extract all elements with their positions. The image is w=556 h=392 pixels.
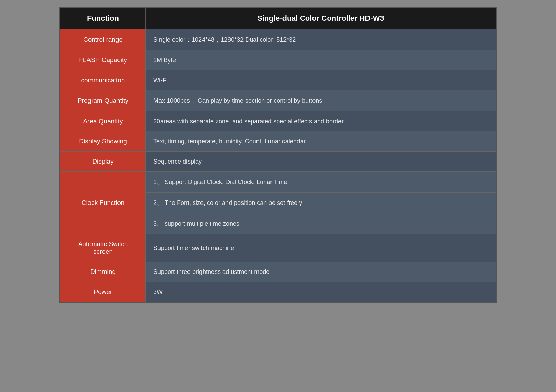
function-cell: Power <box>60 282 146 302</box>
function-cell: Area Quantity <box>60 111 146 131</box>
function-cell: FLASH Capacity <box>60 50 146 70</box>
detail-cell: Text, timing, temperate, humidity, Count… <box>146 131 496 152</box>
clock-sub-detail: 3、 support multiple time zones <box>146 213 496 234</box>
detail-cell: Max 1000pcs， Can play by time section or… <box>146 90 496 111</box>
table-row: Control rangeSingle color：1024*48，1280*3… <box>60 29 496 50</box>
function-cell: Display <box>60 152 146 172</box>
function-cell: Control range <box>60 29 146 50</box>
function-cell: Automatic Switch screen <box>60 234 146 262</box>
detail-cell: 20areas with separate zone, and separate… <box>146 111 496 131</box>
header-product: Single-dual Color Controller HD-W3 <box>146 8 496 29</box>
table-row: Automatic Switch screenSupport timer swi… <box>60 234 496 262</box>
table-row: Clock Function1、 Support Digital Clock, … <box>60 172 496 234</box>
function-cell: Display Showing <box>60 131 146 152</box>
detail-cell: Support three brightness adjustment mode <box>146 262 496 282</box>
spec-table: Function Single-dual Color Controller HD… <box>60 8 496 302</box>
table-row: Area Quantity20areas with separate zone,… <box>60 111 496 131</box>
function-cell: Dimming <box>60 262 146 282</box>
table-row: Display ShowingText, timing, temperate, … <box>60 131 496 152</box>
detail-cell: 1M Byte <box>146 50 496 70</box>
clock-sub-detail: 2、 The Font, size, color and position ca… <box>146 193 496 213</box>
detail-cell: Support timer switch machine <box>146 234 496 262</box>
clock-sub-detail: 1、 Support Digital Clock, Dial Clock, Lu… <box>146 172 496 193</box>
detail-cell: Single color：1024*48，1280*32 Dual color:… <box>146 29 496 50</box>
table-row: DisplaySequence display <box>60 152 496 172</box>
table-row: DimmingSupport three brightness adjustme… <box>60 262 496 282</box>
table-row: Power3W <box>60 282 496 302</box>
table-row: FLASH Capacity1M Byte <box>60 50 496 70</box>
function-cell: communication <box>60 70 146 90</box>
table-row: Program QuantityMax 1000pcs， Can play by… <box>60 90 496 111</box>
spec-table-wrapper: Function Single-dual Color Controller HD… <box>59 7 497 303</box>
header-function: Function <box>60 8 146 29</box>
function-cell: Clock Function <box>60 172 146 234</box>
detail-cell: Wi-Fi <box>146 70 496 90</box>
detail-cell: 1、 Support Digital Clock, Dial Clock, Lu… <box>146 172 496 234</box>
function-cell: Program Quantity <box>60 90 146 111</box>
table-row: communicationWi-Fi <box>60 70 496 90</box>
detail-cell: 3W <box>146 282 496 302</box>
detail-cell: Sequence display <box>146 152 496 172</box>
